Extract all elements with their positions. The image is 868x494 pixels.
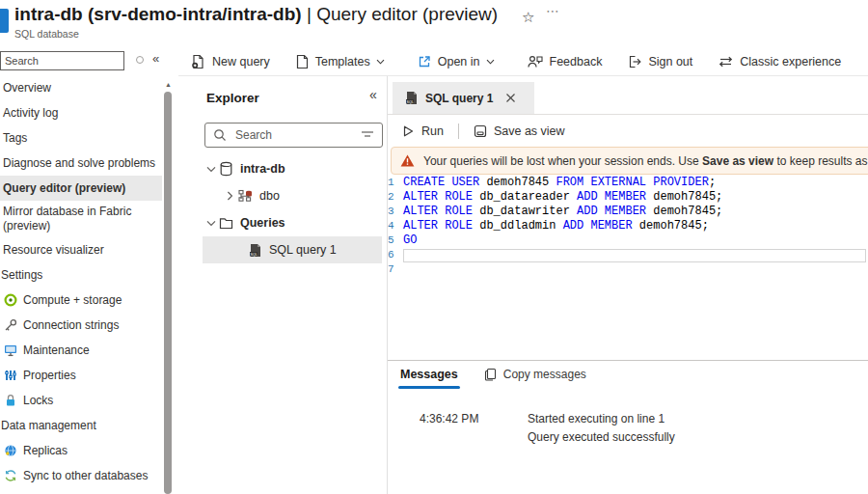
explorer-search-box[interactable] bbox=[204, 123, 383, 148]
messages-divider[interactable] bbox=[388, 360, 868, 361]
sql-code-editor[interactable]: 1CREATE USER demoh7845 FROM EXTERNAL PRO… bbox=[388, 176, 868, 359]
tree-item-label: SQL query 1 bbox=[269, 243, 337, 257]
code-line-6[interactable]: 6 bbox=[388, 248, 868, 262]
maintenance-icon bbox=[3, 343, 17, 358]
new-query-label: New query bbox=[212, 55, 270, 69]
lock-icon bbox=[3, 394, 17, 408]
open-in-button[interactable]: Open in bbox=[418, 55, 502, 69]
sidebar-item-replicas[interactable]: Replicas bbox=[0, 438, 162, 463]
code-line-text bbox=[403, 249, 866, 262]
open-in-icon bbox=[418, 55, 431, 69]
line-number: 6 bbox=[388, 248, 403, 262]
message-text: Started executing on line 1 bbox=[528, 412, 675, 425]
sidebar-item-maintenance[interactable]: Maintenance bbox=[0, 338, 162, 363]
code-line-text: CREATE USER demoh7845 FROM EXTERNAL PROV… bbox=[403, 176, 716, 190]
query-editor-screen: intra-db (srv-demo-intra/intra-db) | Que… bbox=[0, 0, 868, 494]
code-line-5[interactable]: 5GO bbox=[388, 233, 868, 248]
code-line-2[interactable]: 2ALTER ROLE db_datareader ADD MEMBER dem… bbox=[388, 190, 868, 205]
tab-messages[interactable]: Messages bbox=[400, 368, 458, 389]
code-line-text: ALTER ROLE db_datawriter ADD MEMBER demo… bbox=[403, 205, 722, 219]
compute-storage-icon bbox=[3, 293, 17, 308]
code-line-1[interactable]: 1CREATE USER demoh7845 FROM EXTERNAL PRO… bbox=[388, 176, 868, 190]
save-view-icon bbox=[474, 124, 487, 138]
chevron-down-icon[interactable] bbox=[203, 166, 219, 173]
sidebar-item-label: Connection strings bbox=[23, 318, 119, 332]
sidebar-item-query-editor-preview[interactable]: Query editor (preview) bbox=[0, 176, 162, 201]
connection-strings-icon bbox=[3, 318, 17, 333]
code-line-3[interactable]: 3ALTER ROLE db_datawriter ADD MEMBER dem… bbox=[388, 205, 868, 219]
search-icon bbox=[213, 128, 227, 142]
resource-name: intra-db (srv-demo-intra/intra-db) bbox=[14, 4, 302, 24]
sidebar-item-diagnose-and-solve-problems[interactable]: Diagnose and solve problems bbox=[0, 151, 162, 176]
sidebar-section-data-management: Data management bbox=[0, 413, 162, 438]
sidebar-item-compute-storage[interactable]: Compute + storage bbox=[0, 288, 162, 313]
sidebar-item-activity-log[interactable]: Activity log bbox=[0, 100, 162, 125]
save-as-view-button[interactable]: Save as view bbox=[474, 124, 565, 138]
line-number: 5 bbox=[388, 233, 403, 248]
templates-icon bbox=[296, 54, 309, 69]
feedback-icon bbox=[528, 54, 543, 69]
replicas-icon bbox=[3, 444, 17, 458]
sql-file-icon: SQL bbox=[405, 91, 419, 105]
new-query-button[interactable]: New query bbox=[191, 54, 270, 69]
scrollbar-up-icon[interactable]: ▲ bbox=[164, 80, 173, 90]
sidebar-collapse-icon[interactable]: « bbox=[152, 51, 159, 66]
command-separator bbox=[458, 124, 459, 139]
sidebar-item-label: Sync to other databases bbox=[23, 469, 148, 482]
copy-icon bbox=[484, 368, 497, 381]
sql-database-icon bbox=[0, 9, 9, 33]
tree-item-dbo[interactable]: dbo bbox=[203, 182, 382, 209]
sidebar-item-sync-to-other-databases[interactable]: Sync to other databases bbox=[0, 463, 162, 488]
tree-chevron-slot bbox=[203, 166, 218, 173]
sidebar-scrollbar[interactable]: ▲ bbox=[164, 80, 173, 494]
explorer-collapse-icon[interactable]: « bbox=[369, 87, 377, 102]
copy-messages-button[interactable]: Copy messages bbox=[484, 368, 586, 381]
code-line-4[interactable]: 4ALTER ROLE db_ddladmin ADD MEMBER demoh… bbox=[388, 219, 868, 233]
database-icon bbox=[218, 161, 234, 177]
line-number: 3 bbox=[388, 205, 403, 219]
favorite-star-icon[interactable]: ☆ bbox=[522, 9, 534, 26]
copy-messages-label: Copy messages bbox=[503, 368, 586, 381]
tab-close-icon[interactable] bbox=[505, 93, 516, 103]
sidebar-search-input[interactable] bbox=[0, 51, 124, 70]
chevron-down-icon[interactable] bbox=[203, 220, 219, 227]
run-button[interactable]: Run bbox=[401, 124, 444, 138]
classic-experience-icon bbox=[719, 56, 733, 68]
resource-menu: OverviewActivity logTagsDiagnose and sol… bbox=[0, 75, 162, 494]
feedback-button[interactable]: Feedback bbox=[528, 54, 603, 69]
sign-out-button[interactable]: Sign out bbox=[628, 55, 692, 69]
sidebar-item-label: Resource visualizer bbox=[3, 243, 104, 257]
svg-text:SQL: SQL bbox=[407, 100, 414, 104]
sidebar-item-properties[interactable]: Properties bbox=[0, 363, 162, 388]
sidebar-item-label: Locks bbox=[23, 394, 53, 407]
templates-label: Templates bbox=[315, 55, 370, 69]
more-options-icon[interactable]: ⋯ bbox=[546, 3, 560, 18]
tree-item-intra-db[interactable]: intra-db bbox=[203, 155, 382, 182]
session-warning-banner: Your queries will be lost when your sess… bbox=[391, 147, 868, 175]
line-number: 2 bbox=[388, 190, 403, 205]
chevron-right-icon[interactable] bbox=[222, 191, 238, 201]
filter-icon[interactable] bbox=[361, 129, 374, 141]
code-line-7[interactable]: 7 bbox=[388, 262, 868, 277]
templates-button[interactable]: Templates bbox=[296, 54, 392, 69]
sidebar-item-locks[interactable]: Locks bbox=[0, 388, 162, 413]
sidebar-item-tags[interactable]: Tags bbox=[0, 125, 162, 151]
sidebar-item-resource-visualizer[interactable]: Resource visualizer bbox=[0, 237, 162, 262]
sidebar-item-mirror-database-in-fabric-preview[interactable]: Mirror database in Fabric (preview) bbox=[0, 201, 162, 237]
tree-item-sql-query-1[interactable]: SQLSQL query 1 bbox=[203, 236, 382, 263]
message-text: Query executed successfully bbox=[528, 430, 675, 444]
sidebar-item-label: Properties bbox=[23, 369, 76, 382]
sidebar-item-overview[interactable]: Overview bbox=[0, 75, 162, 100]
schema-icon bbox=[237, 189, 254, 203]
classic-experience-button[interactable]: Classic experience bbox=[719, 55, 841, 69]
sign-out-label: Sign out bbox=[648, 55, 692, 69]
sidebar-item-label: Query editor (preview) bbox=[3, 181, 125, 195]
sidebar-search-clear-icon[interactable] bbox=[136, 56, 144, 64]
tree-item-queries[interactable]: Queries bbox=[203, 209, 382, 236]
scrollbar-thumb[interactable] bbox=[164, 92, 172, 494]
sidebar-item-connection-strings[interactable]: Connection strings bbox=[0, 313, 162, 338]
explorer-search-input[interactable] bbox=[233, 127, 361, 143]
explorer-panel: Explorer « intra-dbdboQueriesSQLSQL quer… bbox=[177, 76, 387, 494]
object-explorer-tree: intra-dbdboQueriesSQLSQL query 1 bbox=[177, 155, 387, 263]
tab-sql-query-1[interactable]: SQL SQL query 1 bbox=[393, 82, 534, 114]
